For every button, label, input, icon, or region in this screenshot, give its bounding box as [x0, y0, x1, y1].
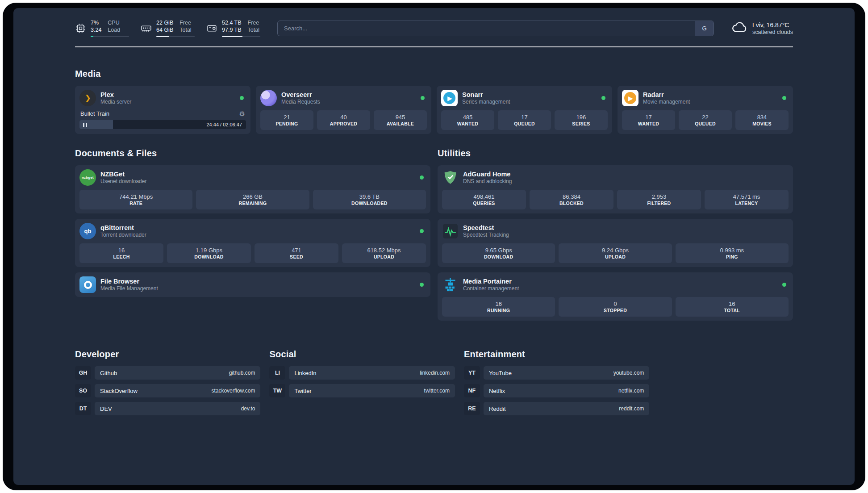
stat-downloaded: 39.6 TB DOWNLOADED: [313, 190, 426, 209]
bookmark-youtube[interactable]: YT YouTube youtube.com: [464, 366, 649, 380]
search-engine-button[interactable]: G: [695, 21, 714, 36]
stat-stopped: 0 STOPPED: [559, 297, 672, 317]
ram-icon: [141, 23, 152, 34]
bookmark-dev[interactable]: DT DEV dev.to: [75, 402, 260, 415]
bookmark-reddit[interactable]: RE Reddit reddit.com: [464, 402, 649, 415]
disk-progress-bar: [222, 36, 260, 37]
adguard-card[interactable]: AdGuard Home DNS and adblocking 498,461 …: [438, 165, 793, 213]
stat-approved: 40 APPROVED: [317, 110, 370, 130]
bookmark-url: github.com: [229, 370, 255, 376]
status-dot: [420, 283, 424, 287]
stat-pending: 21 PENDING: [260, 110, 313, 130]
portainer-crane-icon: [442, 276, 459, 293]
bookmark-url: linkedin.com: [420, 370, 450, 376]
speedtest-card[interactable]: Speedtest Speedtest Tracking 9.65 Gbps D…: [438, 219, 793, 267]
ram-free-value: 22 GiB: [156, 19, 173, 26]
filebrowser-icon: [79, 276, 96, 293]
section-utilities: Utilities AdGuard Home DNS and adblockin…: [438, 148, 793, 321]
playback-progress-bar[interactable]: 24:44 / 02:06:47: [79, 120, 246, 129]
bookmark-abbr: TW: [269, 384, 285, 397]
cpu-metric: 7% 3.24 CPU Load: [75, 19, 129, 38]
status-dot: [420, 229, 424, 233]
bookmark-abbr: YT: [464, 366, 480, 380]
section-columns: Documents & Files nzbget NZBGet Usenet d…: [75, 148, 793, 321]
section-title-media: Media: [75, 69, 793, 79]
disk-total-value: 97.9 TB: [222, 26, 242, 33]
weather-widget: Lviv, 16.87°C scattered clouds: [731, 19, 793, 38]
disk-total-label: Total: [248, 26, 259, 33]
bookmark-name: YouTube: [489, 370, 512, 376]
app-title-sonarr: Sonarr: [462, 91, 597, 98]
app-subtitle-sonarr: Series management: [462, 99, 597, 105]
app-subtitle-portainer: Container management: [463, 285, 778, 292]
app-title-radarr: Radarr: [643, 91, 778, 98]
filebrowser-card[interactable]: File Browser Media File Management: [75, 272, 430, 297]
bookmark-abbr: GH: [75, 366, 91, 380]
screenshot-canvas: 7% 3.24 CPU Load: [0, 0, 868, 493]
bookmark-group-social: Social LI LinkedIn linkedin.com TW Twitt…: [269, 349, 455, 415]
stat-ping: 0.993 ms PING: [676, 243, 789, 263]
ram-total-value: 64 GiB: [156, 26, 173, 33]
ram-total-label: Total: [179, 26, 191, 33]
sonarr-card[interactable]: ▶ Sonarr Series management 485 WANTED: [437, 86, 612, 134]
disk-icon: [206, 23, 217, 34]
bookmark-name: Github: [100, 370, 117, 376]
stat-leech: 16 LEECH: [79, 243, 163, 263]
app-subtitle-filebrowser: Media File Management: [100, 285, 415, 292]
cpu-icon: [75, 23, 86, 34]
search-input[interactable]: [278, 21, 695, 36]
status-dot: [782, 96, 786, 100]
portainer-card[interactable]: Media Portainer Container management 16 …: [438, 272, 793, 321]
window-frame: 7% 3.24 CPU Load: [3, 3, 865, 490]
sonarr-icon: ▶: [441, 90, 458, 106]
stat-queries: 498,461 QUERIES: [442, 190, 526, 209]
stat-wanted: 485 WANTED: [441, 110, 494, 130]
cpu-progress-bar: [91, 36, 129, 37]
qbittorrent-card[interactable]: qb qBittorrent Torrent downloader 16 LEE…: [75, 219, 430, 267]
disk-metric: 52.4 TB 97.9 TB Free Total: [206, 19, 260, 38]
plex-card[interactable]: ❯ Plex Media server Bullet Train ⚙: [75, 86, 250, 134]
stat-rate: 744.21 Mbps RATE: [79, 190, 192, 209]
nzbget-icon: nzbget: [79, 169, 96, 186]
bookmark-abbr: DT: [75, 402, 91, 415]
bookmark-stackoverflow[interactable]: SO StackOverflow stackoverflow.com: [75, 384, 260, 397]
bookmark-name: LinkedIn: [294, 370, 316, 376]
overseerr-card[interactable]: Overseerr Media Requests 21 PENDING 40 A…: [256, 86, 431, 134]
radarr-icon: ▶: [622, 90, 638, 106]
app-subtitle-plex: Media server: [100, 99, 235, 105]
nzbget-card[interactable]: nzbget NZBGet Usenet downloader 744.21 M…: [75, 165, 430, 213]
adguard-shield-icon: [442, 169, 459, 186]
app-title-nzbget: NZBGet: [100, 171, 415, 178]
app-subtitle-qbittorrent: Torrent downloader: [100, 232, 415, 238]
cpu-usage-value: 7%: [91, 19, 101, 26]
stat-series: 196 SERIES: [555, 110, 608, 130]
cpu-label: CPU: [108, 19, 120, 26]
bookmark-name: DEV: [100, 405, 112, 412]
bookmark-abbr: SO: [75, 384, 91, 397]
bookmark-group-entertainment: Entertainment YT YouTube youtube.com NF …: [464, 349, 649, 415]
weather-location: Lviv, 16.87°C: [752, 21, 793, 29]
gear-icon[interactable]: ⚙: [239, 110, 245, 117]
section-title-social: Social: [269, 349, 455, 359]
section-title-developer: Developer: [75, 349, 260, 359]
bookmark-linkedin[interactable]: LI LinkedIn linkedin.com: [269, 366, 455, 380]
app-title-plex: Plex: [100, 91, 235, 98]
radarr-card[interactable]: ▶ Radarr Movie management 17 WANTED: [618, 86, 793, 134]
bookmark-url: reddit.com: [619, 405, 644, 412]
bookmark-github[interactable]: GH Github github.com: [75, 366, 260, 380]
section-bookmarks: Developer GH Github github.com SO StackO…: [75, 349, 649, 415]
app-subtitle-nzbget: Usenet downloader: [100, 178, 415, 184]
disk-free-value: 52.4 TB: [222, 19, 242, 26]
bookmark-twitter[interactable]: TW Twitter twitter.com: [269, 384, 455, 397]
app-title-qbittorrent: qBittorrent: [100, 224, 415, 231]
stat-seed: 471 SEED: [255, 243, 338, 263]
plex-icon: ❯: [79, 90, 96, 106]
bookmark-url: twitter.com: [424, 388, 450, 394]
qbittorrent-icon: qb: [79, 223, 96, 239]
section-documents: Documents & Files nzbget NZBGet Usenet d…: [75, 148, 430, 297]
stat-remaining: 266 GB REMAINING: [196, 190, 309, 209]
pause-icon[interactable]: [83, 123, 87, 127]
cloud-icon: [731, 19, 748, 38]
app-title-overseerr: Overseerr: [281, 91, 416, 98]
bookmark-netflix[interactable]: NF Netflix netflix.com: [464, 384, 649, 397]
